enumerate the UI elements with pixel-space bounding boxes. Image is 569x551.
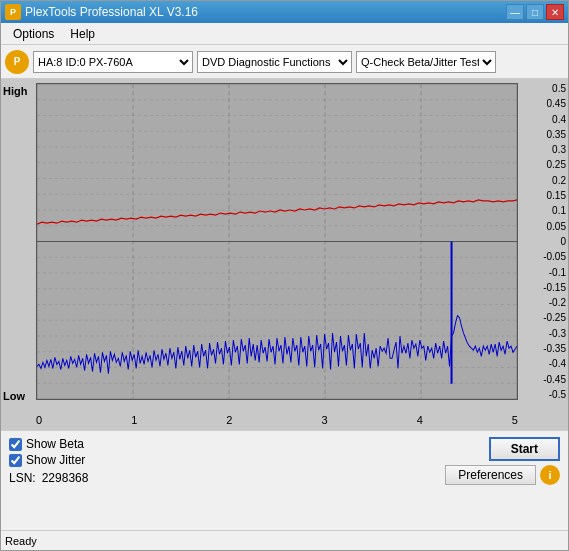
device-select[interactable]: HA:8 ID:0 PX-760A <box>33 51 193 73</box>
toolbar: P HA:8 ID:0 PX-760A DVD Diagnostic Funct… <box>1 45 568 79</box>
y-label-16: -0.3 <box>543 328 566 339</box>
y-label-9: 0.05 <box>543 221 566 232</box>
menu-help[interactable]: Help <box>62 25 103 43</box>
lsn-area: LSN: 2298368 <box>9 471 105 485</box>
menu-bar: Options Help <box>1 23 568 45</box>
x-label-2: 2 <box>226 414 232 426</box>
show-beta-checkbox[interactable] <box>9 438 22 451</box>
chart-area: High Low <box>1 79 568 430</box>
y-label-11: -0.05 <box>543 251 566 262</box>
chart-inner <box>36 83 518 400</box>
maximize-button[interactable]: □ <box>526 4 544 20</box>
x-label-1: 1 <box>131 414 137 426</box>
x-axis: 0 1 2 3 4 5 <box>36 414 518 426</box>
y-label-5: 0.25 <box>543 159 566 170</box>
info-button[interactable]: i <box>540 465 560 485</box>
y-label-4: 0.3 <box>543 144 566 155</box>
y-label-10: 0 <box>543 236 566 247</box>
minimize-button[interactable]: — <box>506 4 524 20</box>
show-jitter-label: Show Jitter <box>26 453 85 467</box>
window-controls: — □ ✕ <box>506 4 564 20</box>
y-label-7: 0.15 <box>543 190 566 201</box>
y-label-0: 0.5 <box>543 83 566 94</box>
prefs-row: Preferences i <box>445 465 560 485</box>
y-label-12: -0.1 <box>543 267 566 278</box>
menu-options[interactable]: Options <box>5 25 62 43</box>
x-label-5: 5 <box>512 414 518 426</box>
y-label-14: -0.2 <box>543 297 566 308</box>
x-label-4: 4 <box>417 414 423 426</box>
show-jitter-checkbox[interactable] <box>9 454 22 467</box>
lsn-label: LSN: <box>9 471 36 485</box>
main-window: P PlexTools Professional XL V3.16 — □ ✕ … <box>0 0 569 551</box>
y-label-8: 0.1 <box>543 205 566 216</box>
y-label-20: -0.5 <box>543 389 566 400</box>
show-beta-row: Show Beta <box>9 437 85 451</box>
y-axis-right: 0.5 0.45 0.4 0.35 0.3 0.25 0.2 0.15 0.1 … <box>543 83 566 400</box>
y-label-17: -0.35 <box>543 343 566 354</box>
chart-svg <box>37 84 517 399</box>
y-label-18: -0.4 <box>543 358 566 369</box>
function-select[interactable]: DVD Diagnostic Functions <box>197 51 352 73</box>
y-label-3: 0.35 <box>543 129 566 140</box>
title-bar: P PlexTools Professional XL V3.16 — □ ✕ <box>1 1 568 23</box>
y-label-13: -0.15 <box>543 282 566 293</box>
show-jitter-row: Show Jitter <box>9 453 85 467</box>
app-icon: P <box>5 4 21 20</box>
chart-label-high: High <box>3 85 27 97</box>
bottom-top: Show Beta Show Jitter LSN: 2298368 Start… <box>9 437 560 485</box>
device-icon: P <box>5 50 29 74</box>
checkboxes: Show Beta Show Jitter <box>9 437 85 467</box>
status-bar: Ready <box>1 530 568 550</box>
start-button[interactable]: Start <box>489 437 560 461</box>
window-title: PlexTools Professional XL V3.16 <box>25 5 506 19</box>
y-label-19: -0.45 <box>543 374 566 385</box>
y-label-15: -0.25 <box>543 312 566 323</box>
x-label-3: 3 <box>322 414 328 426</box>
y-label-6: 0.2 <box>543 175 566 186</box>
y-label-1: 0.45 <box>543 98 566 109</box>
preferences-button[interactable]: Preferences <box>445 465 536 485</box>
bottom-right: Start Preferences i <box>445 437 560 485</box>
show-beta-label: Show Beta <box>26 437 84 451</box>
chart-label-low: Low <box>3 390 25 402</box>
test-select[interactable]: Q-Check Beta/Jitter Test <box>356 51 496 73</box>
status-text: Ready <box>5 535 37 547</box>
bottom-panel: Show Beta Show Jitter LSN: 2298368 Start… <box>1 430 568 530</box>
close-button[interactable]: ✕ <box>546 4 564 20</box>
x-label-0: 0 <box>36 414 42 426</box>
lsn-value: 2298368 <box>42 471 89 485</box>
y-label-2: 0.4 <box>543 114 566 125</box>
